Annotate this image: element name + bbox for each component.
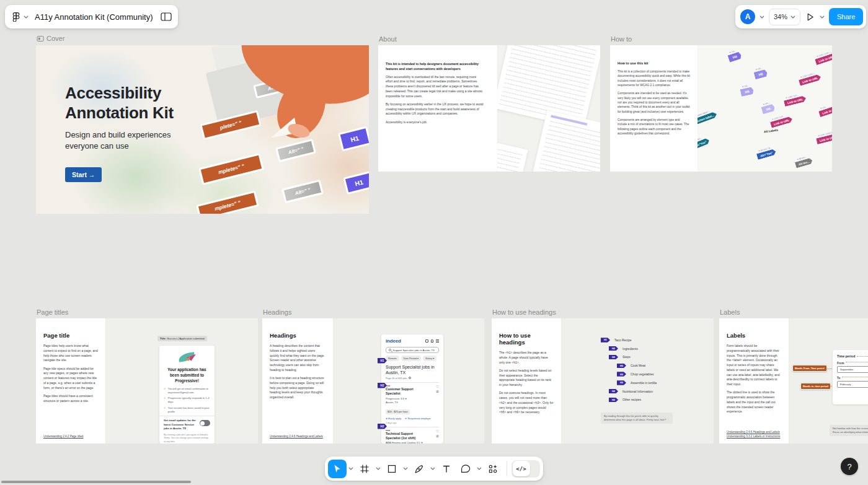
labels-frame[interactable]: Labels Form labels should be programmati… <box>719 318 868 443</box>
job-title: Customer Support Specialist <box>386 387 427 396</box>
frame-label-pagetitles[interactable]: Page titles <box>37 308 68 316</box>
card-title: Your application has been submitted to P… <box>164 367 210 384</box>
wcag-link: Understanding 2.4.6 Headings and Labels <box>727 430 780 434</box>
figma-logo-icon[interactable] <box>11 12 21 22</box>
frame-label-cover[interactable]: Cover <box>37 35 64 42</box>
actions-tool-button[interactable] <box>484 460 502 478</box>
form-title: Time period <box>837 354 855 358</box>
file-menu-chevron-icon[interactable] <box>24 15 29 19</box>
pagetitles-frame[interactable]: Page title Page titles help users know w… <box>36 318 258 443</box>
how-to-use-headings-frame[interactable]: How to use headings The <h1> describes t… <box>492 318 714 443</box>
orange-sticker-tag: mplete=" " <box>198 153 264 185</box>
dev-mode-icon[interactable]: </> <box>513 461 530 476</box>
annotation-tag: ✦ Link / Link /...Link to URL <box>814 50 832 65</box>
time-period-form: Time period From September To February <box>833 350 868 404</box>
wcag-link: Understanding 2.4.2 Page titled <box>43 435 83 438</box>
filter-chip: Date Posted ▾ <box>401 356 421 361</box>
canvas-toolbar: </> <box>325 457 543 481</box>
avatar[interactable]: A <box>740 9 755 24</box>
to-select: February <box>837 381 868 388</box>
annotation-tag: ✦ H6...H6 <box>739 84 754 97</box>
save-job-icon: ♡ <box>436 430 439 434</box>
zoom-selector[interactable]: 34% <box>769 9 800 25</box>
frame-tool-button[interactable] <box>355 460 374 478</box>
h2-tag: H2 <box>609 389 618 394</box>
share-button[interactable]: Share <box>829 8 863 25</box>
file-title[interactable]: A11y Annotation Kit (Community) <box>35 12 153 22</box>
pen-tool-button[interactable] <box>410 460 428 478</box>
howto-frame[interactable]: ✦ H4...H4✦ H5...H5✦ H6...H6✦ H6...H6✦ Li… <box>610 45 832 172</box>
move-tool-chevron[interactable] <box>347 460 355 478</box>
heading-hierarchy-row: H3Cook Meat <box>617 361 657 370</box>
present-chevron-icon[interactable] <box>820 15 825 19</box>
frame-label-htuh[interactable]: How to use headings <box>492 308 556 316</box>
frame-label-headings[interactable]: Headings <box>263 308 291 316</box>
job-card: ♡⊘newTechnical Support Specialist (1st s… <box>386 427 439 443</box>
avatar-chevron-icon[interactable] <box>760 15 764 19</box>
save-job-icon: ♡ <box>436 385 439 389</box>
check-item: ✓You will get an email confirmation at o… <box>164 387 210 395</box>
pen-tool-chevron[interactable] <box>429 460 436 478</box>
h3-tag: H3 <box>617 380 626 385</box>
help-button[interactable]: ? <box>841 458 858 475</box>
page-heading: Labels <box>727 332 781 339</box>
from-select: September <box>837 366 868 373</box>
check-item: ✓Your resume has been saved to your prof… <box>164 406 210 414</box>
check-text: You will get an email confirmation at on… <box>168 387 210 395</box>
check-icon: ✓ <box>164 406 166 414</box>
annotation-tag: ✦ Link / Lin...Link to URL <box>769 113 794 128</box>
note-callout: By reading through this list you're able… <box>601 413 673 424</box>
headings-frame[interactable]: Headings A heading describes the content… <box>262 318 484 443</box>
actions-toolbar: A 34% Share <box>735 5 866 28</box>
frame-label-labels[interactable]: Labels <box>720 308 740 316</box>
frame-icon <box>37 35 44 42</box>
heading-label: Cook Meat <box>631 364 645 367</box>
annotation-tag: ✦ H5...H5 <box>753 66 768 80</box>
annotation-tag: ✦ Alt tex...Alt tex... <box>794 154 813 168</box>
shape-tool-chevron[interactable] <box>402 460 409 478</box>
heading-label: Taco Recipe <box>614 338 632 342</box>
messages-icon <box>425 339 428 343</box>
sidebar-toggle-icon[interactable] <box>161 12 172 21</box>
paragraph: The dotted line is used to show the prog… <box>727 390 781 414</box>
about-intro: This kit is intended to help designers d… <box>386 61 484 71</box>
title-annotation-tag: Title: Success | Application submitted <box>157 336 207 341</box>
info-icon: i <box>409 377 411 379</box>
indeed-logo: indeed <box>386 338 423 344</box>
heading-hierarchy-row: H3Assemble in tortilla <box>617 378 657 387</box>
gray-sticker-tag: Alt=" " <box>275 139 316 162</box>
heading-hierarchy-row: H2Steps <box>609 353 657 362</box>
from-label: From <box>837 362 844 365</box>
perk-label: ➤ Easily apply <box>386 417 401 420</box>
cover-frame[interactable]: plete=" "mplete=" "mplete=" "Alt=" "Alt=… <box>36 45 369 214</box>
frame-label-about[interactable]: About <box>379 35 397 43</box>
purple-sticker-tag: H1 <box>343 171 369 194</box>
labels-page: Labels Form labels should be programmati… <box>719 318 789 443</box>
h2-tag: H2 <box>609 346 618 351</box>
heading-hierarchy-row: H2Ingredients <box>609 344 657 353</box>
move-tool-button[interactable] <box>328 460 347 478</box>
comment-tool-button[interactable] <box>456 460 475 478</box>
text-tool-button[interactable] <box>437 460 456 478</box>
about-frame[interactable]: This kit is intended to help designers d… <box>378 45 600 172</box>
frame-tool-chevron[interactable] <box>374 460 382 478</box>
page-heading: Headings <box>270 332 326 339</box>
page-heading: Page title <box>43 332 98 339</box>
notifications-icon <box>431 339 434 343</box>
menu-icon <box>436 339 439 343</box>
comment-tool-chevron[interactable] <box>476 460 483 478</box>
horizontal-scrollbar[interactable] <box>1 481 191 483</box>
filter-chip: Remote <box>386 356 399 361</box>
check-icon: ✓ <box>164 396 166 404</box>
job-posted-age: 2 days ago <box>386 422 439 424</box>
application-submitted-card: Your application has been submitted to P… <box>159 346 215 443</box>
job-title: Technical Support Specialist (1st shift) <box>386 432 427 440</box>
h3-tag: H3 <box>617 372 626 377</box>
present-button[interactable] <box>805 12 815 22</box>
shape-tool-button[interactable] <box>383 460 401 478</box>
frame-label-howto[interactable]: How to <box>611 35 632 43</box>
paragraph: Page title specs should be added for any… <box>43 367 98 391</box>
heading-label: Assemble in tortilla <box>631 381 657 385</box>
dev-mode-toggle[interactable]: </> <box>512 460 540 478</box>
filter-chip: Salary ▾ <box>423 356 436 361</box>
